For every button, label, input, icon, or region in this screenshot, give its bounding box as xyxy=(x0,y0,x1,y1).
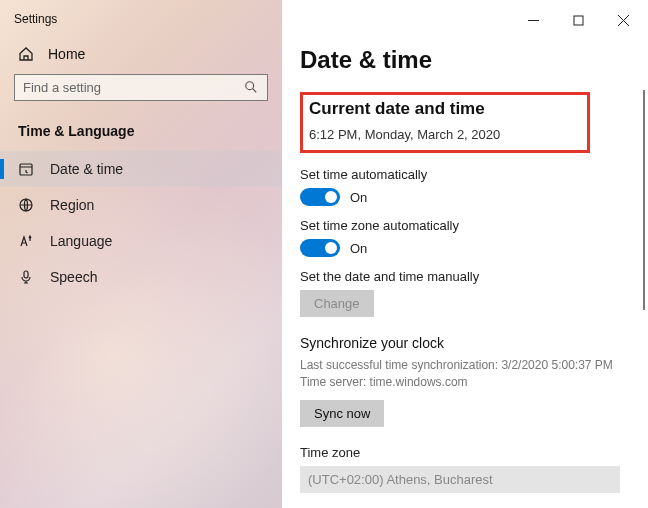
main-content: Date & time Current date and time 6:12 P… xyxy=(282,0,648,508)
auto-time-toggle[interactable] xyxy=(300,188,340,206)
tz-select[interactable]: (UTC+02:00) Athens, Bucharest xyxy=(300,466,620,493)
scrollbar[interactable] xyxy=(643,90,645,310)
manual-label: Set the date and time manually xyxy=(300,269,630,284)
nav-label: Region xyxy=(50,197,94,213)
current-heading: Current date and time xyxy=(309,99,579,119)
auto-tz-state: On xyxy=(350,241,367,256)
home-nav[interactable]: Home xyxy=(0,40,282,74)
auto-time-state: On xyxy=(350,190,367,205)
maximize-button[interactable] xyxy=(556,6,601,34)
sync-server: Time server: time.windows.com xyxy=(300,374,630,391)
sync-last: Last successful time synchronization: 3/… xyxy=(300,357,630,374)
svg-rect-1 xyxy=(20,164,32,175)
search-input[interactable] xyxy=(14,74,268,101)
nav-language[interactable]: Language xyxy=(0,223,282,259)
clock-icon xyxy=(18,161,34,177)
category-heading: Time & Language xyxy=(0,117,282,151)
microphone-icon xyxy=(18,269,34,285)
auto-tz-toggle[interactable] xyxy=(300,239,340,257)
auto-time-label: Set time automatically xyxy=(300,167,630,182)
current-value: 6:12 PM, Monday, March 2, 2020 xyxy=(309,127,579,142)
globe-icon xyxy=(18,197,34,213)
nav-label: Speech xyxy=(50,269,97,285)
home-label: Home xyxy=(48,46,85,62)
titlebar xyxy=(282,6,648,34)
app-title: Settings xyxy=(0,8,282,40)
close-button[interactable] xyxy=(601,6,646,34)
change-button: Change xyxy=(300,290,374,317)
svg-rect-4 xyxy=(574,16,583,25)
auto-tz-label: Set time zone automatically xyxy=(300,218,630,233)
home-icon xyxy=(18,46,34,62)
sidebar: Settings Home Time & Language Date & tim… xyxy=(0,0,282,508)
nav-date-time[interactable]: Date & time xyxy=(0,151,282,187)
search-icon xyxy=(244,80,258,94)
nav-label: Language xyxy=(50,233,112,249)
page-title: Date & time xyxy=(300,46,630,74)
nav-region[interactable]: Region xyxy=(0,187,282,223)
svg-rect-3 xyxy=(24,271,28,278)
tz-heading: Time zone xyxy=(300,445,630,460)
current-datetime-box: Current date and time 6:12 PM, Monday, M… xyxy=(300,92,590,153)
sync-now-button[interactable]: Sync now xyxy=(300,400,384,427)
nav-speech[interactable]: Speech xyxy=(0,259,282,295)
nav-label: Date & time xyxy=(50,161,123,177)
language-icon xyxy=(18,233,34,249)
svg-point-0 xyxy=(246,82,254,90)
sync-heading: Synchronize your clock xyxy=(300,335,630,351)
minimize-button[interactable] xyxy=(511,6,556,34)
